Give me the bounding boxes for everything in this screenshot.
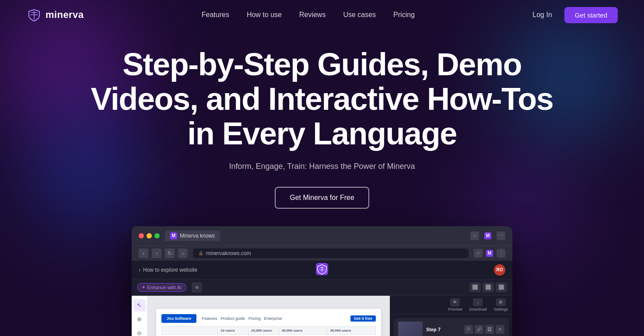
step-7-thumbnail bbox=[398, 322, 423, 336]
zoom-in-tool[interactable]: ⊕ bbox=[133, 313, 146, 326]
step-7-controls: ⏱ 🔗 🖼 ✕ bbox=[464, 325, 504, 334]
browser-extension-icon[interactable]: M bbox=[484, 232, 491, 239]
view-btn-2[interactable]: ⬜ bbox=[483, 283, 494, 292]
nav-item-reviews[interactable]: Reviews bbox=[299, 11, 326, 19]
app-toolbar-left: ‹ How to explore website bbox=[139, 267, 197, 273]
canvas-area: Jira Software Features Product guide Pri… bbox=[147, 296, 390, 336]
app-toolbar-right: RO bbox=[494, 264, 505, 276]
back-button[interactable]: ‹ bbox=[139, 248, 148, 258]
jira-header: Jira Software Features Product guide Pri… bbox=[161, 314, 376, 323]
address-text: minervaknows.com bbox=[206, 250, 251, 256]
enhance-extra-btn[interactable]: ⊕ bbox=[192, 282, 202, 293]
jira-nav-features[interactable]: Features bbox=[202, 316, 217, 321]
bookmark-icon[interactable]: ☆ bbox=[474, 249, 483, 258]
settings-label: Settings bbox=[494, 307, 508, 312]
enhance-label: Enhance with AI bbox=[147, 285, 182, 290]
user-avatar: RO bbox=[494, 264, 505, 276]
traffic-light-green[interactable] bbox=[154, 233, 160, 238]
enhance-bar: ✦ Enhance with AI ⊕ ⬜ ⬜ ⬜ bbox=[132, 280, 512, 296]
home-button[interactable]: ⌂ bbox=[178, 248, 188, 258]
step-7-card: Step 7 ⏱ 🔗 🖼 ✕ Audio description Click A… bbox=[394, 318, 509, 336]
steps-panel: 👁 Preview ↓ Download ⚙ Settings bbox=[390, 296, 512, 336]
jira-nav-pricing[interactable]: Pricing bbox=[248, 316, 261, 321]
enhance-with-ai-button[interactable]: ✦ Enhance with AI bbox=[137, 283, 186, 292]
pricing-col-15k: 15,000 users bbox=[248, 326, 279, 334]
minerva-logo-icon bbox=[26, 7, 42, 23]
browser-toolbar-icons: ☆ M ⋮ bbox=[474, 249, 505, 258]
settings-icon: ⚙ bbox=[496, 298, 506, 306]
settings-button[interactable]: ⚙ Settings bbox=[494, 298, 508, 312]
hero-headline: Step-by-Step Guides, Demo Videos, and In… bbox=[81, 47, 563, 151]
nav-item-use-cases[interactable]: Use cases bbox=[343, 11, 376, 19]
browser-tab-bar: M Minerva knows ☆ M ⋯ bbox=[132, 226, 512, 245]
row-label-sites: Number of sites bbox=[162, 334, 218, 336]
logo-text: minerva bbox=[46, 9, 84, 21]
minerva-app-icon bbox=[316, 263, 328, 275]
nav-right: Log In Get started bbox=[532, 7, 618, 23]
wand-icon: ✦ bbox=[142, 285, 145, 290]
login-link[interactable]: Log In bbox=[532, 11, 552, 19]
nav-arrows: ‹ › ↻ ⌂ bbox=[139, 248, 188, 258]
view-buttons: ⬜ ⬜ ⬜ bbox=[469, 283, 507, 292]
refresh-button[interactable]: ↻ bbox=[165, 248, 175, 258]
browser-mockup: M Minerva knows ☆ M ⋯ ‹ › ↻ ⌂ 🔒 minervak… bbox=[132, 226, 512, 336]
navbar: minerva Features How to use Reviews Use … bbox=[0, 0, 644, 30]
cursor-tool[interactable]: ↖ bbox=[133, 299, 146, 312]
pricing-col-35k: 35,000 users bbox=[327, 326, 376, 334]
view-btn-3[interactable]: ⬜ bbox=[496, 283, 507, 292]
traffic-lights bbox=[139, 233, 160, 238]
preview-icon: 👁 bbox=[450, 298, 460, 306]
minerva-tab-icon: M bbox=[170, 232, 177, 239]
browser-tab[interactable]: M Minerva knows bbox=[165, 231, 220, 241]
download-button[interactable]: ↓ Download bbox=[469, 298, 486, 312]
traffic-light-red[interactable] bbox=[139, 233, 144, 238]
table-row: Number of sites One One One One bbox=[162, 334, 376, 336]
download-icon: ↓ bbox=[473, 298, 483, 306]
tools-sidebar: ↖ ⊕ ⊖ 🖼 ◯ 👤 ⊞ 🖼 ▶ bbox=[132, 296, 147, 336]
app-toolbar: ‹ How to explore website RO bbox=[132, 261, 512, 280]
pricing-col-30k: 30,000 users bbox=[279, 326, 327, 334]
steps-panel-top: 👁 Preview ↓ Download ⚙ Settings bbox=[390, 296, 512, 315]
address-field[interactable]: 🔒 minervaknows.com bbox=[193, 248, 469, 258]
jira-logo: Jira Software bbox=[161, 314, 196, 323]
back-chevron-icon: ‹ bbox=[139, 267, 140, 273]
preview-button[interactable]: 👁 Preview bbox=[448, 298, 462, 312]
zoom-out-tool[interactable]: ⊖ bbox=[133, 327, 146, 336]
step-7-image-icon[interactable]: 🖼 bbox=[485, 325, 494, 334]
nav-item-pricing[interactable]: Pricing bbox=[393, 11, 415, 19]
jira-nav-product[interactable]: Product guide bbox=[221, 316, 245, 321]
pricing-table: 10 users 15,000 users 30,000 users 35,00… bbox=[161, 326, 376, 336]
address-bar: ‹ › ↻ ⌂ 🔒 minervaknows.com ☆ M ⋮ bbox=[132, 245, 512, 261]
step-7-close-icon[interactable]: ✕ bbox=[496, 325, 504, 334]
step-7-link-icon[interactable]: 🔗 bbox=[475, 325, 483, 334]
app-main-area: ↖ ⊕ ⊖ 🖼 ◯ 👤 ⊞ 🖼 ▶ Jira Software Features… bbox=[132, 296, 512, 336]
logo[interactable]: minerva bbox=[26, 7, 84, 23]
steps-action-buttons: 👁 Preview ↓ Download ⚙ Settings bbox=[448, 298, 508, 312]
hero-cta-button[interactable]: Get Minerva for Free bbox=[275, 187, 369, 209]
step-7-time-icon[interactable]: ⏱ bbox=[464, 325, 473, 334]
step-7-info: Step 7 bbox=[423, 327, 464, 332]
nav-item-features[interactable]: Features bbox=[202, 11, 229, 19]
lock-icon: 🔒 bbox=[198, 251, 203, 256]
get-started-button[interactable]: Get started bbox=[564, 7, 618, 23]
download-label: Download bbox=[469, 307, 486, 312]
pricing-col-10: 10 users bbox=[218, 326, 248, 334]
step-7-header: Step 7 ⏱ 🔗 🖼 ✕ bbox=[394, 318, 509, 336]
nav-item-how-to-use[interactable]: How to use bbox=[247, 11, 282, 19]
view-btn-1[interactable]: ⬜ bbox=[469, 283, 481, 292]
back-nav-button[interactable]: ‹ How to explore website bbox=[139, 267, 197, 273]
extension-icon-2[interactable]: M bbox=[486, 250, 493, 257]
traffic-light-yellow[interactable] bbox=[147, 233, 152, 238]
nav-links: Features How to use Reviews Use cases Pr… bbox=[202, 11, 415, 19]
jira-cta-button[interactable]: Get it free bbox=[350, 315, 376, 322]
more-options-icon[interactable]: ⋯ bbox=[497, 231, 505, 240]
menu-icon[interactable]: ⋮ bbox=[497, 249, 505, 258]
forward-button[interactable]: › bbox=[152, 248, 161, 258]
star-icon[interactable]: ☆ bbox=[470, 231, 479, 240]
jira-nav-enterprise[interactable]: Enterprise bbox=[264, 316, 282, 321]
step-7-label: Step 7 bbox=[426, 327, 464, 332]
hero-subtext: Inform, Engage, Train: Harness the Power… bbox=[26, 162, 618, 171]
back-nav-label: How to explore website bbox=[143, 267, 197, 273]
jira-pricing-content: Jira Software Features Product guide Pri… bbox=[156, 309, 381, 336]
jira-nav: Features Product guide Pricing Enterpris… bbox=[202, 316, 282, 321]
